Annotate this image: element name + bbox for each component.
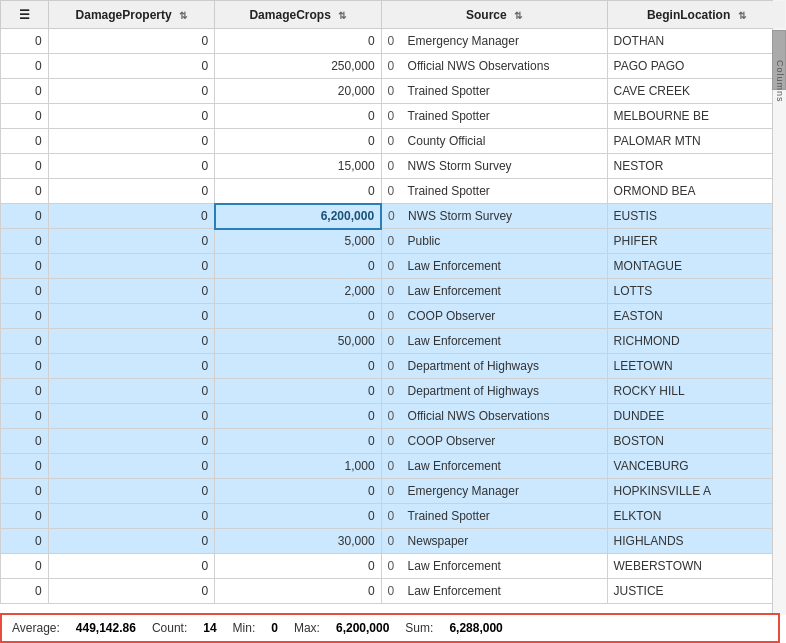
damage-property-cell: 0 [48, 429, 215, 454]
table-row[interactable]: 0000Department of HighwaysROCKY HILL [1, 379, 786, 404]
source-cell: 0Trained Spotter [381, 179, 607, 204]
table-row[interactable]: 0050,0000Law EnforcementRICHMOND [1, 329, 786, 354]
damage-crops-cell: 0 [215, 479, 382, 504]
damage-crops-cell: 0 [215, 554, 382, 579]
damage-crops-cell: 0 [215, 29, 382, 54]
row-number-cell: 0 [1, 379, 49, 404]
col-header-begin-location[interactable]: BeginLocation ⇅ [607, 1, 785, 29]
begin-location-cell: MELBOURNE BE [607, 104, 785, 129]
vertical-scrollbar[interactable]: Columns [772, 0, 786, 615]
begin-location-cell: ROCKY HILL [607, 379, 785, 404]
source-cell: 0Official NWS Observations [381, 404, 607, 429]
begin-location-cell: RICHMOND [607, 329, 785, 354]
row-number-cell: 0 [1, 479, 49, 504]
col-label-source: Source [466, 8, 507, 22]
damage-property-cell: 0 [48, 504, 215, 529]
col-label-damage-property: DamageProperty [76, 8, 172, 22]
damage-property-cell: 0 [48, 154, 215, 179]
damage-property-cell: 0 [48, 454, 215, 479]
begin-location-cell: PHIFER [607, 229, 785, 254]
damage-crops-cell: 0 [215, 579, 382, 604]
footer-max-label: Max: [294, 621, 320, 635]
damage-crops-cell: 50,000 [215, 329, 382, 354]
table-row[interactable]: 0015,0000NWS Storm SurveyNESTOR [1, 154, 786, 179]
damage-property-cell: 0 [48, 354, 215, 379]
damage-crops-cell: 1,000 [215, 454, 382, 479]
row-number-cell: 0 [1, 254, 49, 279]
sort-icon-source: ⇅ [514, 10, 522, 21]
table-row[interactable]: 0030,0000NewspaperHIGHLANDS [1, 529, 786, 554]
table-row[interactable]: 0000COOP ObserverBOSTON [1, 429, 786, 454]
table-row[interactable]: 00250,0000Official NWS ObservationsPAGO … [1, 54, 786, 79]
columns-label: Columns [775, 60, 785, 103]
table-row[interactable]: 0000Law EnforcementJUSTICE [1, 579, 786, 604]
source-cell: 0Law Enforcement [381, 254, 607, 279]
source-cell: 0Law Enforcement [381, 279, 607, 304]
source-cell: 0Law Enforcement [381, 554, 607, 579]
sort-icon-begin-location: ⇅ [738, 10, 746, 21]
table-row[interactable]: 0000Trained SpotterORMOND BEA [1, 179, 786, 204]
begin-location-cell: ELKTON [607, 504, 785, 529]
begin-location-cell: EUSTIS [607, 204, 785, 229]
table-row[interactable]: 0000COOP ObserverEASTON [1, 304, 786, 329]
table-row[interactable]: 0000Emergency ManagerDOTHAN [1, 29, 786, 54]
table-row[interactable]: 0000Department of HighwaysLEETOWN [1, 354, 786, 379]
row-number-cell: 0 [1, 104, 49, 129]
damage-property-cell: 0 [48, 129, 215, 154]
damage-crops-cell: 250,000 [215, 54, 382, 79]
table-row[interactable]: 0000Trained SpotterMELBOURNE BE [1, 104, 786, 129]
source-cell: 0Emergency Manager [381, 479, 607, 504]
table-row[interactable]: 0000Law EnforcementWEBERSTOWN [1, 554, 786, 579]
table-row[interactable]: 006,200,0000NWS Storm SurveyEUSTIS [1, 204, 786, 229]
row-number-cell: 0 [1, 229, 49, 254]
table-row[interactable]: 005,0000PublicPHIFER [1, 229, 786, 254]
begin-location-cell: EASTON [607, 304, 785, 329]
row-number-cell: 0 [1, 129, 49, 154]
col-label-begin-location: BeginLocation [647, 8, 730, 22]
table-row[interactable]: 001,0000Law EnforcementVANCEBURG [1, 454, 786, 479]
footer-min-label: Min: [233, 621, 256, 635]
source-cell: 0Department of Highways [381, 379, 607, 404]
begin-location-cell: LEETOWN [607, 354, 785, 379]
row-number-cell: 0 [1, 579, 49, 604]
col-header-damage-property[interactable]: DamageProperty ⇅ [48, 1, 215, 29]
table-row[interactable]: 002,0000Law EnforcementLOTTS [1, 279, 786, 304]
table-row[interactable]: 0000County OfficialPALOMAR MTN [1, 129, 786, 154]
col-header-row-num[interactable]: ☰ [1, 1, 49, 29]
footer-average-label: Average: [12, 621, 60, 635]
footer-min-value: 0 [271, 621, 278, 635]
col-label-damage-crops: DamageCrops [249, 8, 330, 22]
damage-crops-cell: 2,000 [215, 279, 382, 304]
damage-property-cell: 0 [48, 229, 215, 254]
row-number-cell: 0 [1, 179, 49, 204]
row-number-cell: 0 [1, 404, 49, 429]
damage-property-cell: 0 [48, 104, 215, 129]
row-number-cell: 0 [1, 554, 49, 579]
begin-location-cell: LOTTS [607, 279, 785, 304]
col-header-damage-crops[interactable]: DamageCrops ⇅ [215, 1, 382, 29]
source-cell: 0Trained Spotter [381, 79, 607, 104]
menu-icon: ☰ [19, 8, 30, 22]
table-row[interactable]: 0000Official NWS ObservationsDUNDEE [1, 404, 786, 429]
row-number-cell: 0 [1, 279, 49, 304]
row-number-cell: 0 [1, 54, 49, 79]
damage-crops-cell: 0 [215, 354, 382, 379]
table-row[interactable]: 0000Law EnforcementMONTAGUE [1, 254, 786, 279]
row-number-cell: 0 [1, 29, 49, 54]
row-number-cell: 0 [1, 304, 49, 329]
damage-property-cell: 0 [48, 404, 215, 429]
table-row[interactable]: 0020,0000Trained SpotterCAVE CREEK [1, 79, 786, 104]
row-number-cell: 0 [1, 529, 49, 554]
damage-crops-cell: 0 [215, 379, 382, 404]
source-cell: 0Public [381, 229, 607, 254]
row-number-cell: 0 [1, 329, 49, 354]
table-row[interactable]: 0000Trained SpotterELKTON [1, 504, 786, 529]
source-cell: 0COOP Observer [381, 429, 607, 454]
footer-count-value: 14 [203, 621, 216, 635]
source-cell: 0Newspaper [381, 529, 607, 554]
damage-property-cell: 0 [48, 54, 215, 79]
source-cell: 0County Official [381, 129, 607, 154]
damage-property-cell: 0 [48, 254, 215, 279]
table-row[interactable]: 0000Emergency ManagerHOPKINSVILLE A [1, 479, 786, 504]
col-header-source[interactable]: Source ⇅ [381, 1, 607, 29]
